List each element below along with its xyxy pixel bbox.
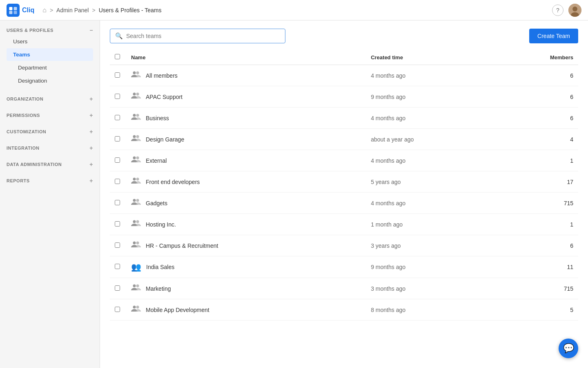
row-checkbox[interactable] [115,221,120,227]
app-logo[interactable]: Cliq [7,4,34,17]
svg-point-9 [136,72,139,74]
team-name-cell[interactable]: Business [126,108,366,129]
table-row: Front end developers5 years ago17 [110,171,578,193]
sidebar-toggle-integration[interactable]: + [89,145,93,151]
select-all-header[interactable] [110,50,126,65]
team-members-count: 17 [496,171,578,193]
team-name-label: Mobile App Development [146,307,209,313]
sidebar-toggle-reports[interactable]: + [89,177,93,184]
user-avatar[interactable] [568,4,581,17]
help-button[interactable]: ? [552,4,564,16]
row-checkbox[interactable] [115,115,120,120]
team-name-cell[interactable]: Hosting Inc. [126,214,366,235]
team-name-cell[interactable]: All members [126,65,366,86]
team-created-time: 9 months ago [366,256,496,278]
team-name-cell[interactable]: HR - Campus & Recruitment [126,235,366,256]
team-name-cell[interactable]: Mobile App Development [126,299,366,321]
row-checkbox-cell[interactable] [110,150,126,171]
team-name-cell[interactable]: 👥India Sales [126,256,366,278]
teams-table: Name Created time Members All members4 m… [110,50,578,321]
svg-point-19 [136,178,139,181]
row-checkbox-cell[interactable] [110,171,126,193]
team-icon [131,220,141,229]
topbar-right: ? [552,4,581,17]
row-checkbox-cell[interactable] [110,65,126,86]
row-checkbox[interactable] [115,285,120,291]
table-row: Marketing3 months ago715 [110,278,578,299]
search-box[interactable]: 🔍 [110,29,285,43]
table-row: Mobile App Development8 months ago5 [110,299,578,321]
team-name-cell[interactable]: Gadgets [126,193,366,214]
table-row: HR - Campus & Recruitment3 years ago6 [110,235,578,256]
sidebar-item-designation[interactable]: Designation [7,74,93,87]
sidebar-item-department[interactable]: Department [7,61,93,74]
breadcrumb-sep2: > [92,7,95,13]
team-name-cell[interactable]: Front end developers [126,171,366,193]
search-input[interactable] [126,33,280,39]
row-checkbox-cell[interactable] [110,193,126,214]
select-all-checkbox[interactable] [115,54,120,59]
sidebar-section-header-reports[interactable]: REPORTS + [7,177,93,184]
sidebar-section-label-reports: REPORTS [7,178,30,183]
sidebar-toggle-organization[interactable]: + [89,96,93,102]
svg-point-17 [136,157,139,159]
team-created-time: 9 months ago [366,86,496,108]
svg-point-23 [136,220,139,223]
svg-point-22 [133,220,136,223]
row-checkbox-cell[interactable] [110,86,126,108]
team-members-count: 6 [496,65,578,86]
sidebar-section-header-organization[interactable]: ORGANIZATION + [7,96,93,102]
svg-point-18 [133,178,136,181]
sidebar-toggle-customization[interactable]: + [89,128,93,135]
sidebar-section-header-permissions[interactable]: PERMISSIONS + [7,112,93,119]
sidebar-section-header-integration[interactable]: INTEGRATION + [7,145,93,151]
teams-table-container: Name Created time Members All members4 m… [100,43,588,368]
create-team-button[interactable]: Create Team [529,29,578,43]
team-name-label: All members [146,72,178,79]
row-checkbox[interactable] [115,157,120,163]
svg-point-29 [136,306,139,309]
row-checkbox-cell[interactable] [110,108,126,129]
row-checkbox[interactable] [115,307,120,312]
sidebar: USERS & PROFILES − Users Teams Departmen… [0,20,100,368]
home-icon[interactable]: ⌂ [42,7,47,14]
team-name-cell[interactable]: APAC Support [126,86,366,108]
team-icon [131,71,141,80]
svg-point-27 [136,285,139,287]
sidebar-section-label-customization: CUSTOMIZATION [7,129,46,134]
row-checkbox-cell[interactable] [110,235,126,256]
chat-fab-icon: 💬 [563,343,574,354]
sidebar-section-permissions: PERMISSIONS + [0,105,100,122]
sidebar-section-header-customization[interactable]: CUSTOMIZATION + [7,128,93,135]
sidebar-item-teams[interactable]: Teams [7,48,93,61]
row-checkbox[interactable] [115,72,120,78]
main-layout: USERS & PROFILES − Users Teams Departmen… [0,20,588,368]
sidebar-section-header-data-administration[interactable]: DATA ADMINISTRATION + [7,161,93,168]
team-name-cell[interactable]: Marketing [126,278,366,299]
row-checkbox[interactable] [115,136,120,141]
row-checkbox-cell[interactable] [110,129,126,150]
row-checkbox-cell[interactable] [110,214,126,235]
sidebar-toggle-permissions[interactable]: + [89,112,93,119]
team-name-label: India Sales [146,264,174,270]
chat-fab-button[interactable]: 💬 [559,339,578,358]
team-name-cell[interactable]: Design Garage [126,129,366,150]
team-name-label: External [146,157,167,164]
sidebar-toggle-data-administration[interactable]: + [89,161,93,168]
row-checkbox[interactable] [115,94,120,99]
row-checkbox[interactable] [115,179,120,184]
sidebar-item-users[interactable]: Users [7,35,93,48]
team-members-count: 715 [496,278,578,299]
row-checkbox-cell[interactable] [110,256,126,278]
team-created-time: 4 months ago [366,108,496,129]
team-name-cell[interactable]: External [126,150,366,171]
row-checkbox[interactable] [115,242,120,248]
row-checkbox[interactable] [115,200,120,205]
row-checkbox[interactable] [115,264,120,269]
sidebar-section-data-administration: DATA ADMINISTRATION + [0,155,100,171]
sidebar-toggle-users-profiles[interactable]: − [89,27,93,34]
row-checkbox-cell[interactable] [110,299,126,321]
table-row: Business4 months ago6 [110,108,578,129]
svg-point-24 [133,242,136,245]
row-checkbox-cell[interactable] [110,278,126,299]
